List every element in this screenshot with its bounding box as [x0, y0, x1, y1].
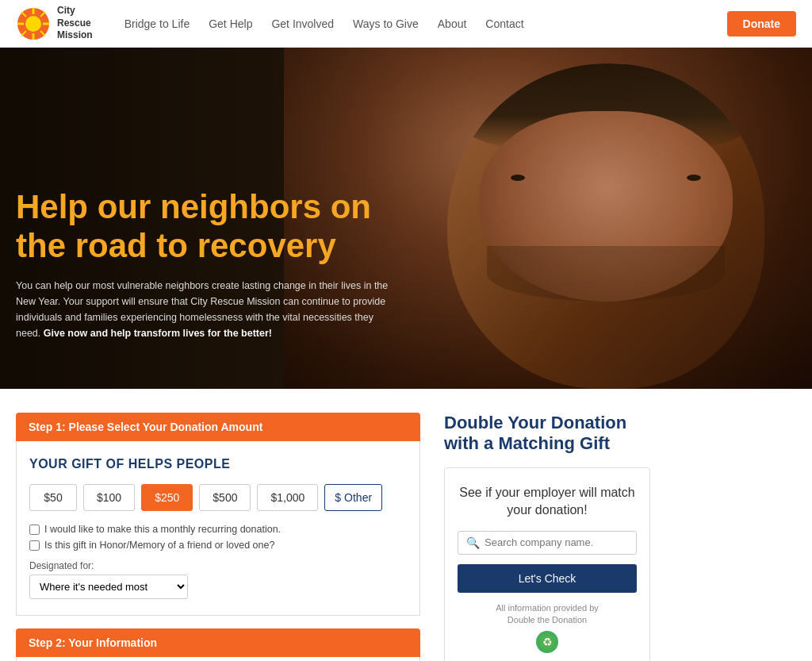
nav-ways-to-give[interactable]: Ways to Give	[353, 17, 419, 30]
step2-header: Step 2: Your Information	[16, 628, 420, 657]
recurring-label: I would like to make this a monthly recu…	[44, 524, 281, 535]
step1-body: YOUR GIFT OF HELPS PEOPLE $50 $100 $250 …	[16, 441, 420, 616]
nav-get-involved[interactable]: Get Involved	[271, 17, 334, 30]
designated-select[interactable]: Where it's needed most General Fund Emer…	[29, 575, 188, 599]
designated-label: Designated for:	[29, 560, 407, 571]
honor-checkbox-label[interactable]: Is this gift in Honor/Memory of a friend…	[29, 540, 407, 551]
recurring-checkbox-label[interactable]: I would like to make this a monthly recu…	[29, 524, 407, 535]
amount-50[interactable]: $50	[29, 484, 77, 511]
amount-250[interactable]: $250	[141, 484, 193, 511]
main-nav: Bridge to Life Get Help Get Involved Way…	[124, 17, 727, 30]
site-header: City Rescue Mission Bridge to Life Get H…	[0, 0, 812, 48]
step2-body: 🔒 Payment Information VISA DISCOVER	[16, 657, 420, 661]
gift-title: YOUR GIFT OF HELPS PEOPLE	[29, 457, 407, 471]
double-donation-logo: ♻	[536, 631, 558, 653]
hero-content: Help our neighbors on the road to recove…	[16, 188, 412, 341]
amount-100[interactable]: $100	[83, 484, 135, 511]
other-prefix: $	[335, 491, 341, 504]
matching-footer: All information provided by Double the D…	[458, 602, 637, 627]
nav-about[interactable]: About	[438, 17, 467, 30]
hero-title: Help our neighbors on the road to recove…	[16, 188, 412, 265]
matching-gift-section: Double Your Donation with a Matching Gif…	[444, 413, 650, 661]
donate-button[interactable]: Donate	[727, 11, 796, 37]
search-company-input[interactable]	[485, 536, 628, 548]
nav-get-help[interactable]: Get Help	[209, 17, 252, 30]
matching-tagline: See if your employer will match your don…	[458, 484, 637, 520]
search-company-input-container[interactable]: 🔍	[458, 531, 637, 555]
donation-form: Step 1: Please Select Your Donation Amou…	[16, 413, 420, 661]
hero-section: Help our neighbors on the road to recove…	[0, 48, 812, 389]
svg-point-1	[25, 16, 41, 32]
other-label: Other	[344, 491, 372, 504]
honor-label: Is this gift in Honor/Memory of a friend…	[44, 540, 274, 551]
matching-box: See if your employer will match your don…	[444, 467, 650, 661]
nav-bridge-to-life[interactable]: Bridge to Life	[124, 17, 190, 30]
step1-header: Step 1: Please Select Your Donation Amou…	[16, 413, 420, 441]
amount-buttons: $50 $100 $250 $500 $1,000 $ Other	[29, 484, 407, 511]
main-content: Step 1: Please Select Your Donation Amou…	[0, 389, 812, 661]
hero-description: You can help our most vulnerable neighbo…	[16, 278, 396, 341]
search-icon: 🔍	[466, 536, 480, 549]
logo-text: City Rescue Mission	[57, 5, 93, 42]
lets-check-button[interactable]: Let's Check	[458, 564, 637, 593]
logo-icon	[16, 6, 51, 41]
amount-1000[interactable]: $1,000	[257, 484, 318, 511]
recurring-checkbox[interactable]	[29, 525, 40, 535]
checkboxes: I would like to make this a monthly recu…	[29, 524, 407, 551]
site-logo[interactable]: City Rescue Mission	[16, 5, 93, 42]
honor-checkbox[interactable]	[29, 540, 40, 551]
amount-other[interactable]: $ Other	[324, 484, 382, 511]
step2: Step 2: Your Information 🔒 Payment Infor…	[16, 628, 420, 661]
nav-contact[interactable]: Contact	[485, 17, 523, 30]
matching-title: Double Your Donation with a Matching Gif…	[444, 413, 650, 455]
amount-500[interactable]: $500	[199, 484, 251, 511]
